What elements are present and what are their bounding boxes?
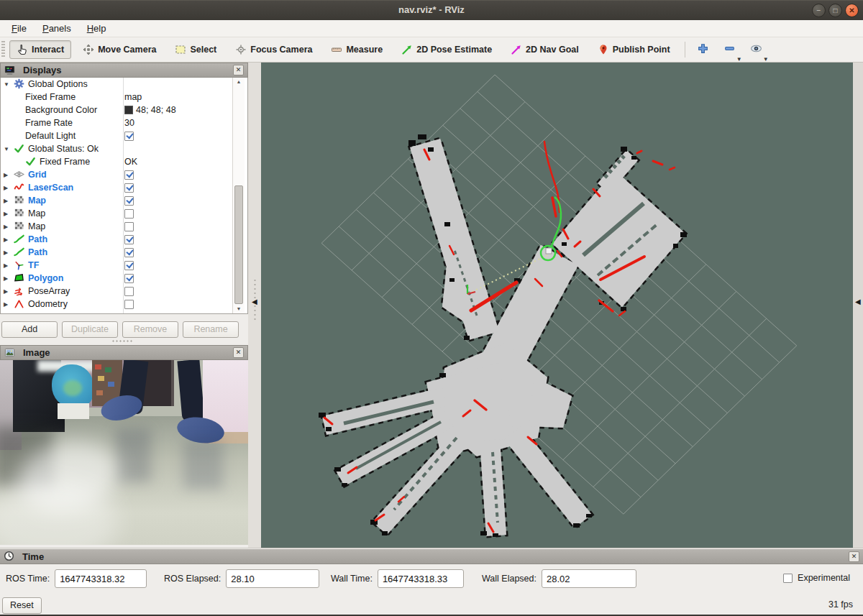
odometry-icon xyxy=(14,298,26,310)
expander-closed-icon[interactable]: ▶ xyxy=(4,249,14,256)
tool-publish-point[interactable]: Publish Point xyxy=(590,40,677,59)
maximize-button[interactable]: □ xyxy=(828,4,842,17)
visibility-button[interactable]: ▼ xyxy=(746,40,767,60)
visibility-checkbox[interactable] xyxy=(124,209,134,219)
3d-viewport[interactable] xyxy=(261,63,853,548)
expander-open-icon[interactable]: ▼ xyxy=(4,81,14,88)
visibility-checkbox[interactable] xyxy=(124,248,134,257)
expander-closed-icon[interactable]: ▶ xyxy=(4,172,14,178)
tool-measure[interactable]: Measure xyxy=(324,40,390,59)
tree-row-odometry[interactable]: ▶Odometry xyxy=(1,298,247,311)
add-button[interactable]: Add xyxy=(1,321,58,338)
tool-select[interactable]: Select xyxy=(168,40,224,59)
panel-resize-handle[interactable] xyxy=(111,340,133,342)
visibility-checkbox[interactable] xyxy=(124,261,134,270)
expander-closed-icon[interactable]: ▶ xyxy=(4,301,14,308)
tree-row-fixed-frame[interactable]: Fixed Framemap xyxy=(1,91,247,104)
gear-icon xyxy=(14,78,26,90)
chevron-down-icon[interactable]: ▼ xyxy=(763,56,769,63)
tree-row-laserscan[interactable]: ▶LaserScan xyxy=(1,181,247,194)
tree-scrollbar[interactable]: ▲ ▼ xyxy=(232,78,245,313)
close-button[interactable]: ✕ xyxy=(845,4,859,17)
reset-button[interactable]: Reset xyxy=(2,597,42,614)
wall-elapsed-input[interactable] xyxy=(542,569,636,588)
tree-row-label: Background Color xyxy=(25,105,97,115)
tree-row-frame-rate[interactable]: Frame Rate30 xyxy=(1,116,247,129)
expander-closed-icon[interactable]: ▶ xyxy=(4,198,14,204)
expander-closed-icon[interactable]: ▶ xyxy=(4,211,14,217)
visibility-checkbox[interactable] xyxy=(124,235,134,244)
tool-move-camera[interactable]: Move Camera xyxy=(76,40,163,59)
visibility-checkbox[interactable] xyxy=(124,196,134,206)
visibility-checkbox[interactable] xyxy=(124,170,134,180)
image-close-icon[interactable]: ✕ xyxy=(233,347,244,358)
tree-row-label: Global Status: Ok xyxy=(28,144,99,154)
scroll-up-icon[interactable]: ▲ xyxy=(233,78,245,86)
tree-row-map[interactable]: ▶Map xyxy=(1,207,247,220)
visibility-checkbox[interactable] xyxy=(124,287,134,296)
expander-open-icon[interactable]: ▼ xyxy=(4,146,14,152)
displays-close-icon[interactable]: ✕ xyxy=(233,65,244,75)
time-close-icon[interactable]: ✕ xyxy=(849,551,859,562)
tree-row-label: Polygon xyxy=(28,273,63,283)
menu-panels[interactable]: Panels xyxy=(35,22,78,35)
toolbar-drag-handle[interactable] xyxy=(1,41,5,58)
collapse-right-icon[interactable]: ◀ xyxy=(855,298,861,305)
experimental-label: Experimental xyxy=(798,573,850,583)
tool-2d-pose-estimate[interactable]: 2D Pose Estimate xyxy=(394,40,499,59)
visibility-checkbox[interactable] xyxy=(124,183,134,193)
visibility-checkbox[interactable] xyxy=(124,300,134,309)
panel-splitter[interactable]: ◀ xyxy=(248,63,261,548)
expander-closed-icon[interactable]: ▶ xyxy=(4,185,14,191)
tree-row-polygon[interactable]: ▶Polygon xyxy=(1,272,247,285)
visibility-checkbox[interactable] xyxy=(124,274,134,283)
rviz-window: nav.rviz* - RViz − □ ✕ FilePanelsHelp In… xyxy=(0,0,863,616)
tree-row-tf[interactable]: ▶TF xyxy=(1,259,247,272)
tree-row-value: map xyxy=(124,92,142,102)
tree-row-map[interactable]: ▶Map xyxy=(1,194,247,207)
ros-elapsed-input[interactable] xyxy=(226,569,319,588)
visibility-checkbox[interactable] xyxy=(124,132,134,141)
chevron-down-icon[interactable]: ▼ xyxy=(736,56,742,63)
collapse-left-icon[interactable]: ◀ xyxy=(252,298,257,305)
experimental-checkbox[interactable] xyxy=(783,574,793,583)
expander-closed-icon[interactable]: ▶ xyxy=(4,224,14,230)
expander-closed-icon[interactable]: ▶ xyxy=(4,262,14,269)
tree-row-posearray[interactable]: ▶PoseArray xyxy=(1,285,247,298)
tree-row-value: 48; 48; 48 xyxy=(136,105,176,115)
scroll-down-icon[interactable]: ▼ xyxy=(233,305,245,313)
expander-closed-icon[interactable]: ▶ xyxy=(4,236,14,243)
scrollbar-thumb[interactable] xyxy=(234,185,243,304)
tree-row-label: Path xyxy=(28,247,47,257)
ros-time-input[interactable] xyxy=(55,569,147,588)
measure-icon xyxy=(331,44,342,55)
tree-row-path[interactable]: ▶Path xyxy=(1,246,247,259)
wall-time-input[interactable] xyxy=(378,569,464,588)
right-panel-strip[interactable]: ◀ xyxy=(853,63,863,548)
minimize-button[interactable]: − xyxy=(812,4,826,17)
menu-file[interactable]: File xyxy=(4,22,34,35)
tree-row-global-status-ok[interactable]: ▼Global Status: Ok xyxy=(1,142,247,155)
grid-icon xyxy=(14,169,26,180)
tree-row-label: Map xyxy=(28,208,45,219)
expander-closed-icon[interactable]: ▶ xyxy=(4,275,14,282)
tree-row-grid[interactable]: ▶Grid xyxy=(1,168,247,181)
zoom-in-button[interactable] xyxy=(693,40,713,60)
tree-row-fixed-frame[interactable]: Fixed FrameOK xyxy=(1,155,247,168)
tree-row-background-color[interactable]: Background Color48; 48; 48 xyxy=(1,104,247,116)
tree-row-global-options[interactable]: ▼Global Options xyxy=(1,78,247,91)
tree-row-default-light[interactable]: Default Light xyxy=(1,129,247,142)
tree-row-map[interactable]: ▶Map xyxy=(1,220,247,233)
select-icon xyxy=(175,44,186,55)
tool-2d-nav-goal[interactable]: 2D Nav Goal xyxy=(503,40,586,59)
tree-row-path[interactable]: ▶Path xyxy=(1,233,247,246)
tree-row-label: Map xyxy=(28,196,46,206)
visibility-checkbox[interactable] xyxy=(124,222,134,231)
expander-closed-icon[interactable]: ▶ xyxy=(4,288,14,295)
zoom-out-button[interactable]: ▼ xyxy=(719,40,740,60)
tree-row-label: LaserScan xyxy=(28,183,73,193)
tool-interact[interactable]: Interact xyxy=(9,40,71,59)
tool-focus-camera[interactable]: Focus Camera xyxy=(228,40,319,59)
menu-help[interactable]: Help xyxy=(80,22,114,35)
path-icon xyxy=(14,247,26,258)
